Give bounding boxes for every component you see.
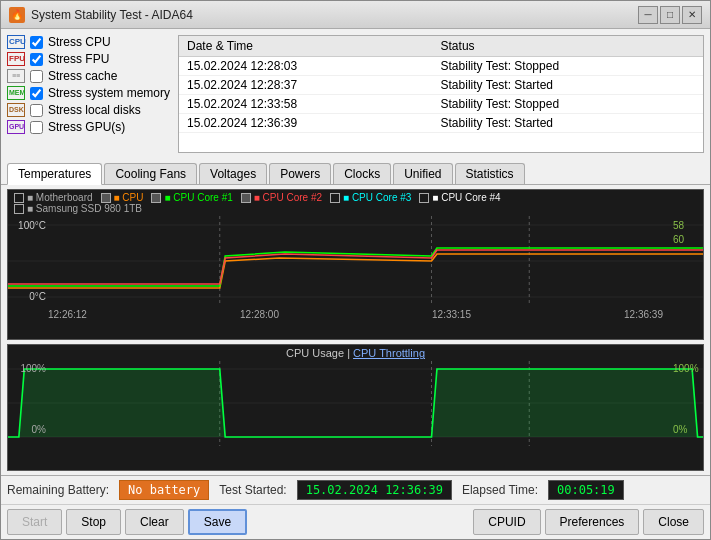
checkbox-stress-disks[interactable]: DSK Stress local disks: [7, 103, 172, 117]
legend-cpu-check[interactable]: [101, 193, 111, 203]
temp-y-top: 100°C: [8, 220, 46, 231]
log-datetime: 15.02.2024 12:36:39: [179, 114, 433, 133]
usage-y-top: 100%: [8, 363, 46, 374]
close-button-bottom[interactable]: Close: [643, 509, 704, 535]
cpu-icon: CPU: [7, 35, 25, 49]
tab-voltages[interactable]: Voltages: [199, 163, 267, 184]
tab-temperatures[interactable]: Temperatures: [7, 163, 102, 185]
cpu-throttling-link[interactable]: CPU Throttling: [353, 347, 425, 359]
main-window: 🔥 System Stability Test - AIDA64 ─ □ ✕ C…: [0, 0, 711, 540]
title-bar: 🔥 System Stability Test - AIDA64 ─ □ ✕: [1, 1, 710, 29]
top-content: CPU Stress CPU FPU Stress FPU ≡≡ Stress …: [1, 29, 710, 159]
tab-clocks[interactable]: Clocks: [333, 163, 391, 184]
checkbox-stress-memory[interactable]: MEM Stress system memory: [7, 86, 172, 100]
legend-motherboard: ■ Motherboard: [14, 192, 93, 203]
x-label-4: 12:36:39: [624, 309, 663, 320]
table-row: 15.02.2024 12:36:39Stability Test: Start…: [179, 114, 703, 133]
stress-cache-checkbox[interactable]: [30, 70, 43, 83]
legend-core3-label: ■ CPU Core #3: [343, 192, 411, 203]
status-bar: Remaining Battery: No battery Test Start…: [1, 475, 710, 504]
legend-cpu-core4: ■ CPU Core #4: [419, 192, 500, 203]
log-datetime: 15.02.2024 12:28:03: [179, 57, 433, 76]
window-title: System Stability Test - AIDA64: [31, 8, 638, 22]
stop-button[interactable]: Stop: [66, 509, 121, 535]
usage-svg: [8, 361, 703, 446]
button-bar: Start Stop Clear Save CPUID Preferences …: [1, 504, 710, 539]
save-button[interactable]: Save: [188, 509, 247, 535]
remaining-battery-label: Remaining Battery:: [7, 483, 109, 497]
legend-core1-label: ■ CPU Core #1: [164, 192, 232, 203]
app-icon: 🔥: [9, 7, 25, 23]
table-row: 15.02.2024 12:33:58Stability Test: Stopp…: [179, 95, 703, 114]
col-datetime: Date & Time: [179, 36, 433, 57]
legend-ssd-check[interactable]: [14, 204, 24, 214]
log-status: Stability Test: Stopped: [433, 95, 703, 114]
temp-svg: [8, 216, 703, 306]
temp-y-bottom: 0°C: [8, 291, 46, 302]
checkbox-stress-cpu[interactable]: CPU Stress CPU: [7, 35, 172, 49]
charts-area: ■ Motherboard ■ CPU ■ CPU Core #1 ■ CPU …: [1, 185, 710, 475]
usage-y-bottom: 0%: [8, 424, 46, 435]
gpu-icon: GPU: [7, 120, 25, 134]
log-table: Date & Time Status 15.02.2024 12:28:03St…: [179, 36, 703, 133]
test-started-label: Test Started:: [219, 483, 286, 497]
tab-bar: Temperatures Cooling Fans Voltages Power…: [1, 159, 710, 185]
test-started-value: 15.02.2024 12:36:39: [297, 480, 452, 500]
maximize-button[interactable]: □: [660, 6, 680, 24]
legend-ssd: ■ Samsung SSD 980 1TB: [14, 203, 142, 214]
legend-core2-check[interactable]: [241, 193, 251, 203]
temperature-chart: ■ Motherboard ■ CPU ■ CPU Core #1 ■ CPU …: [7, 189, 704, 340]
legend-core1-check[interactable]: [151, 193, 161, 203]
legend-motherboard-check[interactable]: [14, 193, 24, 203]
cpuid-button[interactable]: CPUID: [473, 509, 540, 535]
clear-button[interactable]: Clear: [125, 509, 184, 535]
usage-y-right-bottom: 0%: [673, 424, 703, 435]
cpu-usage-label: CPU Usage: [286, 347, 344, 359]
legend-cpu: ■ CPU: [101, 192, 144, 203]
tab-statistics[interactable]: Statistics: [455, 163, 525, 184]
log-status: Stability Test: Started: [433, 76, 703, 95]
log-datetime: 15.02.2024 12:28:37: [179, 76, 433, 95]
stress-options-panel: CPU Stress CPU FPU Stress FPU ≡≡ Stress …: [7, 35, 172, 153]
temp-value-60: 60: [673, 234, 703, 245]
col-status: Status: [433, 36, 703, 57]
preferences-button[interactable]: Preferences: [545, 509, 640, 535]
cpu-usage-chart: CPU Usage | CPU Throttling 100% 0% 100% …: [7, 344, 704, 471]
table-row: 15.02.2024 12:28:03Stability Test: Stopp…: [179, 57, 703, 76]
checkbox-stress-cache[interactable]: ≡≡ Stress cache: [7, 69, 172, 83]
tab-cooling-fans[interactable]: Cooling Fans: [104, 163, 197, 184]
window-controls: ─ □ ✕: [638, 6, 702, 24]
fpu-icon: FPU: [7, 52, 25, 66]
elapsed-time-value: 00:05:19: [548, 480, 624, 500]
tab-powers[interactable]: Powers: [269, 163, 331, 184]
start-button[interactable]: Start: [7, 509, 62, 535]
usage-y-right-top: 100%: [673, 363, 703, 374]
remaining-battery-value: No battery: [119, 480, 209, 500]
cache-icon: ≡≡: [7, 69, 25, 83]
tab-unified[interactable]: Unified: [393, 163, 452, 184]
stress-memory-label: Stress system memory: [48, 86, 170, 100]
stress-fpu-label: Stress FPU: [48, 52, 109, 66]
stress-gpu-label: Stress GPU(s): [48, 120, 125, 134]
temp-value-58: 58: [673, 220, 703, 231]
stress-memory-checkbox[interactable]: [30, 87, 43, 100]
x-label-1: 12:26:12: [48, 309, 87, 320]
legend-core3-check[interactable]: [330, 193, 340, 203]
checkbox-stress-gpu[interactable]: GPU Stress GPU(s): [7, 120, 172, 134]
temp-legend-row2: ■ Samsung SSD 980 1TB: [8, 203, 703, 216]
legend-core4-check[interactable]: [419, 193, 429, 203]
stress-disks-label: Stress local disks: [48, 103, 141, 117]
minimize-button[interactable]: ─: [638, 6, 658, 24]
stress-fpu-checkbox[interactable]: [30, 53, 43, 66]
cpu-usage-title: CPU Usage | CPU Throttling: [8, 345, 703, 361]
legend-cpu-core2: ■ CPU Core #2: [241, 192, 322, 203]
stress-disks-checkbox[interactable]: [30, 104, 43, 117]
close-button[interactable]: ✕: [682, 6, 702, 24]
legend-ssd-label: ■ Samsung SSD 980 1TB: [27, 203, 142, 214]
disk-icon: DSK: [7, 103, 25, 117]
x-label-3: 12:33:15: [432, 309, 471, 320]
stress-gpu-checkbox[interactable]: [30, 121, 43, 134]
stress-cpu-checkbox[interactable]: [30, 36, 43, 49]
checkbox-stress-fpu[interactable]: FPU Stress FPU: [7, 52, 172, 66]
legend-core2-label: ■ CPU Core #2: [254, 192, 322, 203]
